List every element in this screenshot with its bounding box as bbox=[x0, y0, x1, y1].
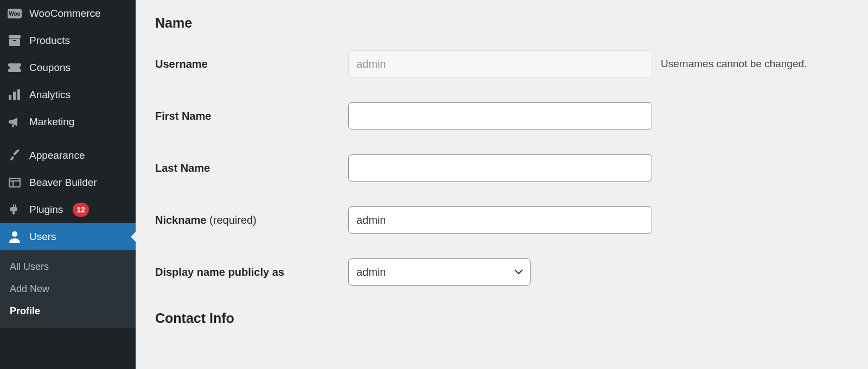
username-input bbox=[348, 50, 652, 77]
label-nickname: Nickname (required) bbox=[155, 214, 348, 226]
label-last-name: Last Name bbox=[155, 162, 348, 174]
plugins-update-badge: 12 bbox=[73, 203, 89, 217]
ticket-icon bbox=[8, 61, 22, 75]
sidebar-item-coupons[interactable]: Coupons bbox=[0, 54, 136, 81]
label-first-name: First Name bbox=[155, 110, 348, 122]
svg-rect-6 bbox=[13, 92, 16, 100]
submenu-all-users[interactable]: All Users bbox=[0, 256, 136, 278]
label-username: Username bbox=[155, 58, 348, 70]
bar-chart-icon bbox=[8, 88, 22, 102]
first-name-input[interactable] bbox=[348, 102, 652, 130]
submenu-add-new[interactable]: Add New bbox=[0, 278, 136, 300]
profile-form: Name Username Usernames cannot be change… bbox=[136, 0, 868, 369]
nickname-input[interactable] bbox=[348, 206, 652, 234]
sidebar-item-products[interactable]: Products bbox=[0, 27, 136, 54]
sidebar-item-woocommerce[interactable]: Woo WooCommerce bbox=[0, 0, 136, 27]
submenu-profile[interactable]: Profile bbox=[0, 300, 136, 322]
archive-icon bbox=[8, 34, 22, 48]
megaphone-icon bbox=[8, 115, 22, 129]
username-help-text: Usernames cannot be changed. bbox=[661, 58, 807, 70]
user-icon bbox=[8, 230, 22, 244]
svg-rect-2 bbox=[9, 35, 21, 38]
label-display-name: Display name publicly as bbox=[155, 266, 348, 279]
sidebar-item-label: Analytics bbox=[29, 89, 71, 101]
sidebar-item-beaver-builder[interactable]: Beaver Builder bbox=[0, 169, 136, 196]
sidebar-item-label: Beaver Builder bbox=[29, 177, 97, 189]
svg-text:Woo: Woo bbox=[9, 11, 20, 17]
paintbrush-icon bbox=[8, 148, 22, 163]
sidebar-item-label: Users bbox=[29, 231, 56, 243]
sidebar-item-plugins[interactable]: Plugins 12 bbox=[0, 196, 136, 223]
sidebar-item-label: Products bbox=[29, 35, 70, 47]
sidebar-item-users[interactable]: Users bbox=[0, 223, 136, 250]
admin-sidebar: Woo WooCommerce Products Coupons Analyti… bbox=[0, 0, 136, 369]
sidebar-item-label: WooCommerce bbox=[29, 8, 101, 20]
svg-rect-4 bbox=[13, 40, 16, 41]
svg-rect-5 bbox=[9, 95, 11, 100]
row-first-name: First Name bbox=[155, 102, 848, 130]
sidebar-item-label: Coupons bbox=[29, 62, 71, 74]
svg-point-11 bbox=[12, 231, 17, 237]
row-last-name: Last Name bbox=[155, 154, 848, 182]
layout-grid-icon bbox=[8, 176, 22, 190]
svg-rect-8 bbox=[9, 178, 20, 187]
users-submenu: All Users Add New Profile bbox=[0, 250, 136, 328]
svg-rect-7 bbox=[17, 89, 20, 100]
sidebar-item-label: Plugins bbox=[29, 204, 63, 216]
sidebar-item-analytics[interactable]: Analytics bbox=[0, 81, 136, 108]
row-nickname: Nickname (required) bbox=[155, 206, 848, 234]
row-username: Username Usernames cannot be changed. bbox=[155, 50, 848, 77]
row-display-name: Display name publicly as admin bbox=[155, 258, 848, 286]
woocommerce-icon: Woo bbox=[8, 7, 22, 21]
sidebar-item-label: Marketing bbox=[29, 116, 74, 128]
section-heading-name: Name bbox=[155, 15, 848, 31]
plug-icon bbox=[8, 203, 22, 217]
sidebar-item-appearance[interactable]: Appearance bbox=[0, 142, 136, 169]
last-name-input[interactable] bbox=[348, 154, 652, 182]
sidebar-item-label: Appearance bbox=[29, 150, 85, 161]
display-name-select[interactable]: admin bbox=[348, 258, 531, 286]
sidebar-item-marketing[interactable]: Marketing bbox=[0, 108, 136, 135]
svg-rect-3 bbox=[9, 38, 20, 46]
section-heading-contact: Contact Info bbox=[155, 310, 848, 326]
